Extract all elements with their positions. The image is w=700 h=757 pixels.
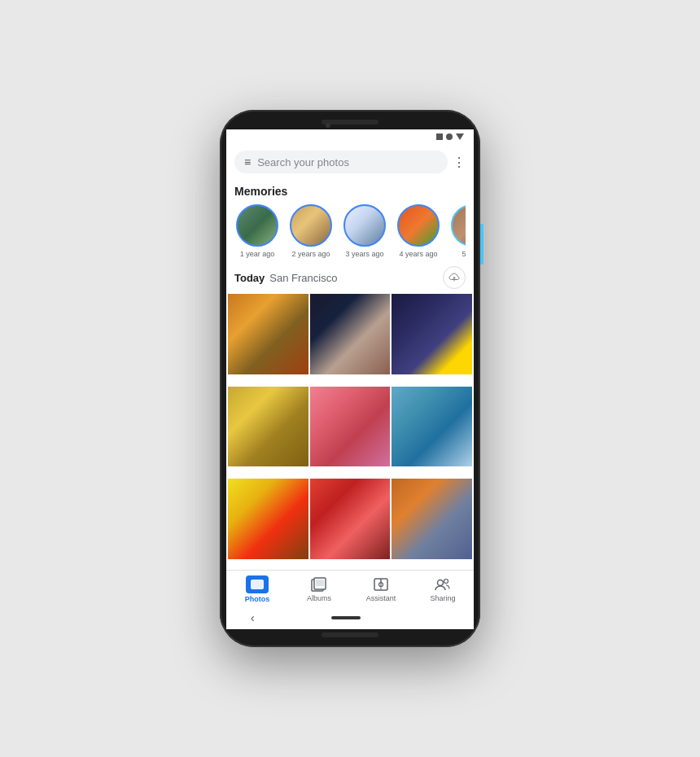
today-header: Today San Francisco	[226, 261, 474, 294]
cloud-upload-button[interactable]	[443, 266, 466, 289]
memory-label-5: 5 year	[462, 250, 466, 258]
camera-area	[326, 123, 330, 128]
assistant-nav-label: Assistant	[366, 594, 396, 602]
svg-point-8	[438, 580, 444, 586]
memories-row: 1 year ago 2 years ago 3 years ago 4 yea…	[234, 204, 466, 258]
camera-dot	[326, 123, 330, 128]
photos-nav-icon	[246, 575, 269, 593]
phone-screen: ≡ Search your photos ⋮ Memories 1 year a…	[226, 129, 474, 629]
photo-cell-4[interactable]	[228, 387, 308, 467]
phone-nav-bar: ‹	[226, 606, 474, 629]
albums-nav-label: Albums	[307, 594, 331, 602]
today-location: San Francisco	[269, 272, 438, 284]
back-button[interactable]: ‹	[251, 611, 255, 624]
today-label: Today	[234, 272, 265, 284]
nav-item-assistant[interactable]: Assistant	[350, 576, 412, 602]
photo-cell-5[interactable]	[310, 387, 391, 467]
sharing-nav-label: Sharing	[430, 594, 455, 602]
photo-cell-6[interactable]	[392, 387, 472, 467]
sharing-nav-icon	[434, 576, 452, 593]
status-dot-icon	[446, 133, 453, 140]
albums-nav-icon	[310, 576, 328, 593]
status-bar	[226, 129, 474, 144]
photo-cell-2[interactable]	[310, 294, 391, 374]
bottom-nav: Photos Albums Assistant	[226, 570, 474, 606]
photos-nav-label: Photos	[245, 595, 270, 603]
photo-cell-7[interactable]	[228, 479, 308, 559]
bottom-speaker	[322, 632, 378, 637]
photo-cell-8[interactable]	[310, 479, 391, 559]
memory-item-5[interactable]: 5 year	[449, 204, 466, 258]
memory-circle-5	[451, 204, 466, 247]
status-square-icon	[436, 133, 443, 140]
memory-circle-2	[290, 204, 332, 247]
cloud-upload-icon	[448, 273, 460, 282]
nav-item-photos[interactable]: Photos	[226, 575, 288, 603]
memories-section: Memories 1 year ago 2 years ago 3 years …	[226, 180, 474, 261]
nav-item-albums[interactable]: Albums	[288, 576, 350, 602]
status-icons	[436, 133, 464, 140]
photo-grid	[226, 294, 474, 570]
memory-item-2[interactable]: 2 years ago	[288, 204, 334, 258]
memory-label-1: 1 year ago	[240, 250, 275, 258]
assistant-nav-icon	[372, 576, 390, 593]
photo-cell-9[interactable]	[392, 479, 472, 559]
side-button	[480, 224, 483, 265]
memory-label-2: 2 years ago	[291, 250, 330, 258]
menu-icon[interactable]: ≡	[244, 155, 251, 168]
phone-frame: ≡ Search your photos ⋮ Memories 1 year a…	[220, 110, 480, 647]
memory-circle-1	[236, 204, 278, 247]
home-indicator[interactable]	[331, 616, 361, 619]
memory-circle-3	[343, 204, 386, 247]
svg-rect-0	[251, 580, 264, 589]
status-triangle-icon	[456, 133, 464, 140]
search-bar: ≡ Search your photos ⋮	[226, 144, 474, 180]
memory-item-3[interactable]: 3 years ago	[342, 204, 387, 258]
svg-rect-3	[316, 580, 324, 586]
more-options-icon[interactable]: ⋮	[453, 155, 466, 170]
svg-point-9	[444, 580, 448, 584]
memory-item-1[interactable]: 1 year ago	[234, 204, 280, 258]
memory-label-4: 4 years ago	[399, 250, 437, 258]
memory-circle-4	[397, 204, 440, 247]
nav-item-sharing[interactable]: Sharing	[412, 576, 474, 602]
memory-item-4[interactable]: 4 years ago	[396, 204, 441, 258]
search-input-container[interactable]: ≡ Search your photos	[234, 151, 448, 173]
memories-title: Memories	[234, 185, 466, 198]
search-input[interactable]: Search your photos	[257, 156, 438, 168]
photo-cell-3[interactable]	[392, 294, 472, 374]
photo-cell-1[interactable]	[228, 294, 308, 374]
photos-icon-svg	[250, 579, 265, 590]
memory-label-3: 3 years ago	[345, 250, 383, 258]
